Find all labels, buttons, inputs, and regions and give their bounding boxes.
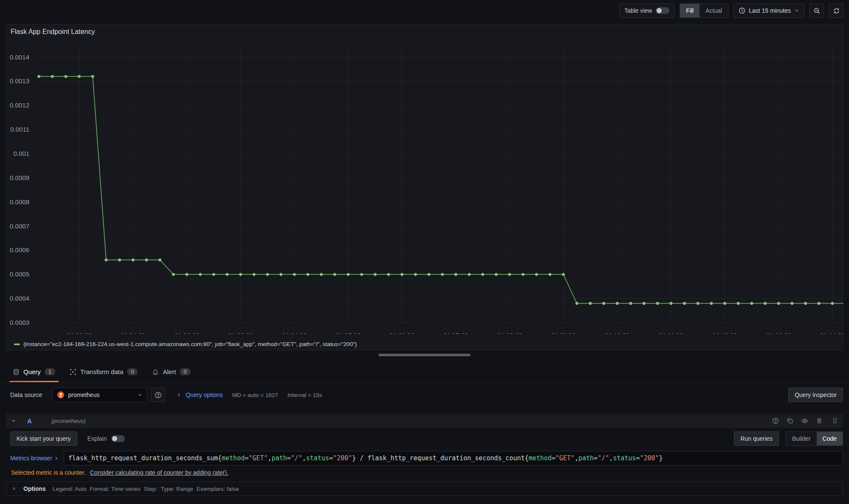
svg-text:0.0006: 0.0006: [10, 246, 29, 253]
help-circle-icon: [155, 391, 162, 399]
query-ref-id: A: [27, 417, 32, 425]
tab-transform-data[interactable]: Transform data 0: [69, 361, 138, 382]
query-inspector-button[interactable]: Query inspector: [788, 388, 843, 402]
legend-series-marker: [14, 344, 20, 345]
chevron-down-icon: [794, 8, 799, 13]
svg-text:01:11:00: 01:11:00: [659, 332, 683, 334]
options-summary-item: Format: Time series: [90, 486, 140, 492]
svg-text:0.0011: 0.0011: [10, 126, 29, 133]
options-summary-item: Legend: Auto: [53, 486, 87, 492]
time-range-label: Last 15 minutes: [749, 7, 791, 14]
svg-text:01:12:00: 01:12:00: [712, 332, 737, 334]
svg-text:01:13:00: 01:13:00: [766, 332, 791, 334]
svg-text:01:05:00: 01:05:00: [336, 332, 361, 334]
run-queries-button[interactable]: Run queries: [734, 431, 779, 446]
toggle-visibility-eye-icon[interactable]: [801, 417, 808, 425]
clock-icon: [739, 7, 745, 14]
warning-text: Selected metric is a counter.: [11, 469, 86, 476]
query-row-actions: [772, 417, 838, 425]
svg-text:01:03:00: 01:03:00: [228, 332, 253, 334]
query-options-collapse[interactable]: Query options: [176, 391, 223, 398]
tab-alert[interactable]: Alert 0: [151, 361, 191, 382]
svg-text:01:02:00: 01:02:00: [175, 332, 199, 334]
angle-right-icon: [176, 392, 181, 397]
svg-text:0.0013: 0.0013: [10, 77, 29, 84]
tab-query-label: Query: [23, 368, 41, 375]
transform-icon: [70, 369, 76, 375]
svg-text:01:10:00: 01:10:00: [605, 332, 629, 334]
options-summary-item: Exemplars: false: [197, 486, 239, 492]
code-editor-row: Metrics browser flask_http_request_durat…: [6, 451, 843, 465]
options-label[interactable]: Options: [23, 485, 46, 492]
metrics-browser-label: Metrics browser: [10, 455, 52, 462]
options-summary-item: Step:: [144, 486, 158, 492]
datasource-help-button[interactable]: [151, 388, 165, 402]
delete-query-trash-icon[interactable]: [816, 417, 823, 424]
database-icon: [13, 369, 20, 375]
bell-icon: [152, 369, 159, 375]
datasource-label: Data source: [6, 391, 46, 398]
tab-query[interactable]: Query 1: [12, 361, 56, 382]
legend-series-label: {instance="ec2-184-169-216-224.us-west-1…: [23, 341, 357, 347]
query-row-header[interactable]: A (prometheus): [6, 414, 843, 428]
panel-resize-handle[interactable]: [378, 354, 471, 356]
svg-text:0.001: 0.001: [13, 150, 29, 157]
table-view-toggle[interactable]: [656, 7, 669, 14]
svg-text:0.0009: 0.0009: [10, 174, 29, 181]
warning-rate-link[interactable]: Consider calculating rate of counter by …: [90, 469, 228, 476]
query-datasource-hint: (prometheus): [51, 418, 85, 424]
kick-start-query-button[interactable]: Kick start your query: [10, 431, 77, 446]
tab-transform-count: 0: [127, 368, 138, 375]
svg-text:01:01:00: 01:01:00: [121, 332, 145, 334]
tab-transform-label: Transform data: [80, 368, 123, 375]
angle-right-icon: [11, 486, 17, 491]
svg-text:01:08:00: 01:08:00: [497, 332, 522, 334]
query-help-icon[interactable]: [772, 417, 779, 424]
zoom-out-button[interactable]: [810, 3, 824, 18]
svg-text:0.0014: 0.0014: [10, 53, 29, 61]
prometheus-icon: [57, 391, 65, 399]
svg-text:01:06:00: 01:06:00: [389, 332, 414, 334]
top-toolbar: Table view Fill Actual Last 15 minutes: [0, 0, 849, 21]
svg-text:0.0007: 0.0007: [10, 222, 29, 230]
fill-button[interactable]: Fill: [680, 4, 700, 17]
options-items: Legend: AutoFormat: Time seriesStep:Type…: [53, 485, 243, 493]
query-editor-body: Kick start your query Explain Run querie…: [6, 431, 843, 496]
explain-group: Explain: [87, 435, 125, 442]
fill-actual-segment: Fill Actual: [680, 3, 728, 18]
table-view-group: Table view: [619, 3, 674, 18]
svg-text:0.0003: 0.0003: [10, 319, 29, 326]
max-data-points-text: MD = auto = 1827: [232, 392, 278, 398]
builder-button[interactable]: Builder: [786, 432, 817, 445]
duplicate-query-icon[interactable]: [787, 417, 793, 424]
active-tab-underline: [9, 381, 59, 382]
zoom-out-icon: [813, 7, 821, 14]
svg-text:01:00:00: 01:00:00: [67, 332, 91, 334]
metrics-browser-link[interactable]: Metrics browser: [10, 455, 59, 462]
svg-text:0.0012: 0.0012: [10, 101, 29, 109]
svg-text:01:09:00: 01:09:00: [551, 332, 575, 334]
actual-button[interactable]: Actual: [700, 4, 728, 17]
chevron-down-icon: [138, 392, 143, 397]
explain-label: Explain: [87, 435, 107, 442]
svg-text:0.0008: 0.0008: [10, 198, 29, 206]
svg-text:0.0004: 0.0004: [10, 295, 29, 302]
datasource-name: prometheus: [68, 391, 134, 398]
editor-toolbar-row: Kick start your query Explain Run querie…: [6, 431, 843, 446]
editor-tabs: Query 1 Transform data 0 Alert 0: [0, 361, 849, 383]
svg-text:01:04:00: 01:04:00: [282, 332, 307, 334]
time-range-picker[interactable]: Last 15 minutes: [733, 3, 804, 18]
latency-chart[interactable]: 0.00140.00130.00120.00110.0010.00090.000…: [6, 42, 843, 334]
tab-alert-count: 0: [180, 368, 190, 375]
interval-text: Interval = 15s: [288, 392, 322, 398]
promql-query-input[interactable]: flask_http_request_duration_seconds_sum{…: [64, 451, 843, 465]
refresh-button[interactable]: [829, 3, 843, 18]
explain-toggle[interactable]: [111, 435, 125, 442]
svg-text:01:14:00: 01:14:00: [820, 332, 843, 334]
legend-item[interactable]: {instance="ec2-184-169-216-224.us-west-1…: [14, 341, 357, 347]
code-button[interactable]: Code: [817, 432, 843, 445]
options-summary-item: Type: Range: [161, 486, 193, 492]
datasource-picker[interactable]: prometheus: [52, 388, 147, 402]
tab-alert-label: Alert: [163, 368, 176, 375]
drag-handle-icon[interactable]: [832, 417, 838, 424]
